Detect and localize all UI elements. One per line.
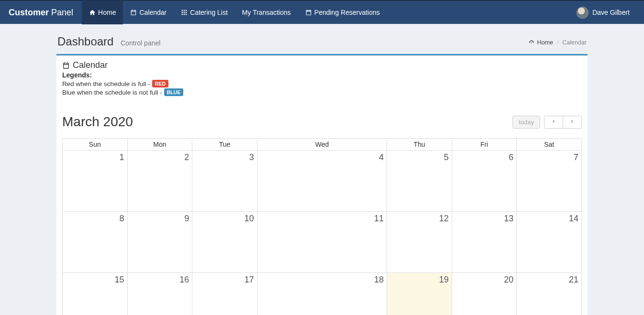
calendar-day-cell[interactable]: 5 <box>387 151 452 212</box>
avatar <box>577 7 588 19</box>
page-header: Dashboard Control panel Home > Calendar <box>56 31 588 54</box>
calendar-buttons: today <box>512 116 582 129</box>
chevron-right-icon <box>570 119 575 124</box>
page-title: Dashboard Control panel <box>57 35 160 48</box>
calendar-day-cell[interactable]: 21 <box>517 273 582 315</box>
panel-header: Calendar Legends: Red when the schedule … <box>56 55 588 102</box>
calendar-day-cell[interactable]: 2 <box>127 151 192 212</box>
calendar-icon <box>62 62 70 69</box>
calendar-day-cell[interactable]: 3 <box>192 151 257 212</box>
calendar-day-cell[interactable]: 8 <box>63 212 128 273</box>
home-icon <box>89 9 96 16</box>
calendar-header-row: Sun Mon Tue Wed Thu Fri Sat <box>63 139 582 151</box>
legend-blue: Blue when the schedule is not full - BLU… <box>62 88 582 96</box>
dashboard-icon <box>529 40 534 45</box>
calendar-day-cell[interactable]: 20 <box>452 273 517 315</box>
legend-red-text: Red when the schedule is full - <box>62 80 150 87</box>
nav-catering-list[interactable]: Catering List <box>174 0 235 24</box>
next-button[interactable] <box>563 116 582 129</box>
calendar-day-cell[interactable]: 12 <box>387 212 452 273</box>
nav-calendar-label: Calendar <box>139 0 167 24</box>
day-header-tue: Tue <box>192 139 257 151</box>
day-header-wed: Wed <box>257 139 387 151</box>
page-title-text: Dashboard <box>57 35 113 48</box>
nav-button-group <box>544 116 582 129</box>
nav-catering-list-label: Catering List <box>190 0 228 24</box>
day-header-thu: Thu <box>387 139 452 151</box>
chevron-left-icon <box>551 119 556 124</box>
main-nav: Home Calendar Catering List My Transacti… <box>82 0 572 24</box>
brand-bold: Customer <box>9 8 49 17</box>
calendar-day-cell[interactable]: 6 <box>452 151 517 212</box>
prev-button[interactable] <box>544 116 563 129</box>
day-header-sun: Sun <box>63 139 128 151</box>
calendar-day-cell[interactable]: 19 <box>387 273 452 315</box>
brand-light: Panel <box>51 8 73 17</box>
calendar-week-row: 1234567 <box>63 151 582 212</box>
day-header-sat: Sat <box>517 139 582 151</box>
calendar-month-title: March 2020 <box>62 114 133 130</box>
calendar-week-row: 891011121314 <box>63 212 582 273</box>
nav-calendar[interactable]: Calendar <box>123 0 174 24</box>
day-header-mon: Mon <box>127 139 192 151</box>
grid-icon <box>181 9 188 16</box>
calendar-day-cell[interactable]: 17 <box>192 273 257 315</box>
calendar-day-cell[interactable]: 15 <box>63 273 128 315</box>
calendar-day-cell[interactable]: 1 <box>63 151 128 212</box>
calendar-day-cell[interactable]: 9 <box>127 212 192 273</box>
calendar-day-cell[interactable]: 10 <box>192 212 257 273</box>
panel-title: Calendar <box>62 60 582 70</box>
calendar-day-cell[interactable]: 16 <box>127 273 192 315</box>
page-subtitle: Control panel <box>121 39 160 47</box>
brand[interactable]: Customer Panel <box>0 0 82 24</box>
nav-pending-reservations-label: Pending Reservations <box>314 0 380 24</box>
user-menu[interactable]: Dave Gilbert <box>572 7 634 19</box>
calendar-outline-icon <box>305 9 312 16</box>
calendar-week-row: 15161718192021 <box>63 273 582 315</box>
calendar-day-cell[interactable]: 11 <box>257 212 387 273</box>
legend-red: Red when the schedule is full - RED <box>62 80 582 87</box>
breadcrumb: Home > Calendar <box>529 39 587 46</box>
nav-pending-reservations[interactable]: Pending Reservations <box>298 0 387 24</box>
user-name: Dave Gilbert <box>592 9 630 16</box>
calendar-grid: Sun Mon Tue Wed Thu Fri Sat 123456789101… <box>62 138 582 315</box>
breadcrumb-current: Calendar <box>562 39 587 46</box>
today-button[interactable]: today <box>512 116 540 129</box>
nav-my-transactions[interactable]: My Transactions <box>235 0 298 24</box>
panel-body: March 2020 today <box>56 102 588 315</box>
breadcrumb-home[interactable]: Home <box>537 39 553 46</box>
panel-title-text: Calendar <box>73 60 108 70</box>
calendar-day-cell[interactable]: 18 <box>257 273 387 315</box>
calendar-day-cell[interactable]: 4 <box>257 151 387 212</box>
nav-home-label: Home <box>98 0 116 24</box>
content-wrapper: Dashboard Control panel Home > Calendar … <box>56 24 588 315</box>
day-header-fri: Fri <box>452 139 517 151</box>
calendar-panel: Calendar Legends: Red when the schedule … <box>56 54 588 315</box>
legend-blue-text: Blue when the schedule is not full - <box>62 89 162 96</box>
calendar-icon <box>130 9 137 16</box>
topbar: Customer Panel Home Calendar Catering Li… <box>0 0 644 24</box>
calendar-toolbar: March 2020 today <box>62 114 582 130</box>
legend-red-badge: RED <box>152 80 168 87</box>
nav-my-transactions-label: My Transactions <box>242 0 291 24</box>
legends-label: Legends: <box>62 71 582 79</box>
legend-blue-badge: BLUE <box>164 88 184 96</box>
calendar-day-cell[interactable]: 14 <box>517 212 582 273</box>
breadcrumb-separator: > <box>556 39 559 46</box>
nav-home[interactable]: Home <box>82 0 123 24</box>
calendar-day-cell[interactable]: 7 <box>517 151 582 212</box>
calendar-day-cell[interactable]: 13 <box>452 212 517 273</box>
